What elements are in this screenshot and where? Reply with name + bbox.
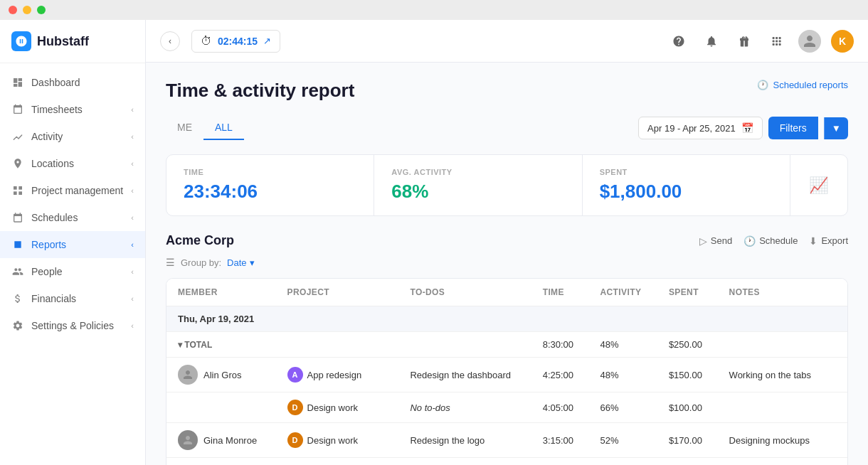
sidebar-item-activity[interactable]: Activity ‹ [0, 123, 145, 150]
member-name: Gina Monroe [203, 435, 257, 446]
stat-activity-value: 68% [391, 181, 564, 203]
sidebar-item-settings[interactable]: Settings & Policies ‹ [0, 312, 145, 339]
right-panel: ‹ ⏱ 02:44:15 ↗ [146, 20, 868, 465]
sidebar-item-financials[interactable]: Financials ‹ [0, 285, 145, 312]
logo-icon [11, 31, 31, 51]
topbar-actions: K [667, 30, 854, 53]
timesheets-icon [11, 103, 24, 116]
stat-spent: SPENT $1,800.00 [583, 155, 790, 215]
tab-me[interactable]: ME [166, 116, 203, 140]
timer-display[interactable]: ⏱ 02:44:15 ↗ [191, 30, 280, 53]
section-header: Acme Corp ▷ Send 🕐 Schedule ⬇ Export [166, 233, 848, 248]
date-range-input[interactable]: Apr 19 - Apr 25, 2021 📅 [638, 117, 763, 139]
table-row: Gina Monroe D Design work Redesign t [166, 423, 847, 458]
sidebar-item-project-management[interactable]: Project management ‹ [0, 177, 145, 204]
total-activity: 48% [588, 332, 657, 358]
project-icon [11, 184, 24, 197]
sidebar-logo: Hubstaff [0, 20, 145, 63]
tab-all[interactable]: ALL [203, 116, 244, 140]
stat-time-value: 23:34:06 [184, 181, 356, 203]
stats-row: TIME 23:34:06 AVG. ACTIVITY 68% SPENT $1… [166, 154, 848, 216]
close-button[interactable] [9, 6, 17, 14]
sidebar-item-settings-label: Settings & Policies [31, 320, 114, 331]
scheduled-reports-link[interactable]: 🕐 Scheduled reports [757, 80, 848, 90]
table-row: Alin Gros A App redesign Redesign th [166, 358, 847, 392]
stat-chart-icon-container[interactable]: 📈 [790, 155, 847, 215]
col-notes: Notes [718, 279, 847, 306]
gift-icon[interactable] [733, 30, 756, 53]
project-chevron-icon: ‹ [131, 186, 134, 195]
stat-activity-label: AVG. ACTIVITY [391, 168, 564, 176]
apps-icon[interactable] [766, 30, 788, 53]
member-name: Alin Gros [203, 370, 241, 380]
topbar: ‹ ⏱ 02:44:15 ↗ [146, 20, 868, 63]
sidebar-item-schedules[interactable]: Schedules ‹ [0, 204, 145, 231]
tabs-row: ME ALL Apr 19 - Apr 25, 2021 📅 Filters ▼ [166, 116, 848, 140]
schedule-icon: 🕐 [743, 235, 756, 247]
table-row-total: ▾ TOTAL 8:30:00 48% $250.00 [166, 332, 847, 358]
member-avatar [178, 430, 198, 450]
app-container: Hubstaff Dashboard Timesheets ‹ [0, 20, 868, 465]
col-activity: Activity [588, 279, 657, 306]
sidebar-item-reports-label: Reports [31, 239, 66, 250]
page-title: Time & activity report [166, 80, 354, 102]
sidebar: Hubstaff Dashboard Timesheets ‹ [0, 20, 146, 465]
table-row: A App development Project kick-off 2:38:… [166, 458, 847, 466]
date-range-value: Apr 19 - Apr 25, 2021 [647, 123, 736, 134]
svg-rect-2 [14, 191, 17, 195]
group-by-chevron-icon: ▾ [250, 257, 255, 268]
locations-chevron-icon: ‹ [131, 159, 134, 168]
timer-value: 02:44:15 [218, 36, 258, 47]
group-by-dropdown[interactable]: Date ▾ [227, 257, 254, 268]
sidebar-item-timesheets-label: Timesheets [31, 104, 83, 115]
section-title: Acme Corp [166, 233, 234, 248]
group-by-row: ☰ Group by: Date ▾ [166, 257, 848, 268]
user-avatar[interactable] [798, 30, 821, 53]
filter-dropdown-button[interactable]: ▼ [824, 117, 848, 139]
date-filter: Apr 19 - Apr 25, 2021 📅 Filters ▼ [638, 117, 848, 139]
project-dot: A [287, 367, 303, 383]
notifications-icon[interactable] [700, 30, 723, 53]
sidebar-item-dashboard[interactable]: Dashboard [0, 69, 145, 96]
sidebar-item-activity-label: Activity [31, 131, 63, 142]
sidebar-item-dashboard-label: Dashboard [31, 77, 80, 88]
svg-rect-3 [18, 191, 22, 195]
schedule-action[interactable]: 🕐 Schedule [743, 235, 798, 247]
minimize-button[interactable] [23, 6, 31, 14]
group-by-label: Group by: [181, 257, 221, 268]
total-label: ▾ TOTAL [178, 340, 265, 350]
group-by-icon: ☰ [166, 257, 175, 268]
sidebar-item-timesheets[interactable]: Timesheets ‹ [0, 96, 145, 123]
activity-icon [11, 130, 24, 143]
member-cell: Gina Monroe [178, 430, 265, 450]
date-group-label: Thu, Apr 19, 2021 [166, 306, 847, 332]
people-icon [11, 265, 24, 278]
financials-icon [11, 292, 24, 305]
settings-chevron-icon: ‹ [131, 321, 134, 330]
sidebar-item-people-label: People [31, 266, 63, 277]
dashboard-icon [11, 76, 24, 89]
timer-expand-icon[interactable]: ↗ [263, 36, 271, 46]
stat-time-label: TIME [184, 168, 356, 176]
export-action[interactable]: ⬇ Export [809, 235, 848, 247]
clock-icon: 🕐 [757, 80, 768, 90]
maximize-button[interactable] [37, 6, 46, 14]
member-avatar [178, 365, 198, 385]
stat-spent-value: $1,800.00 [600, 181, 773, 203]
table-header: Member Project To-dos Time Activity Spen… [166, 279, 847, 306]
sidebar-item-locations[interactable]: Locations ‹ [0, 150, 145, 177]
user-initial-avatar[interactable]: K [831, 30, 854, 53]
section-actions: ▷ Send 🕐 Schedule ⬇ Export [699, 235, 848, 247]
help-icon[interactable] [667, 30, 690, 53]
chart-icon[interactable]: 📈 [809, 176, 828, 195]
send-icon: ▷ [699, 235, 707, 247]
project-badge: D Design work [287, 400, 359, 415]
sidebar-item-people[interactable]: People ‹ [0, 258, 145, 285]
send-action[interactable]: ▷ Send [699, 235, 732, 247]
filter-button[interactable]: Filters [768, 117, 818, 139]
col-todos: To-dos [398, 279, 531, 306]
financials-chevron-icon: ‹ [131, 294, 134, 303]
stat-activity: AVG. ACTIVITY 68% [374, 155, 582, 215]
sidebar-item-reports[interactable]: Reports ‹ [0, 231, 145, 258]
back-button[interactable]: ‹ [160, 31, 180, 51]
